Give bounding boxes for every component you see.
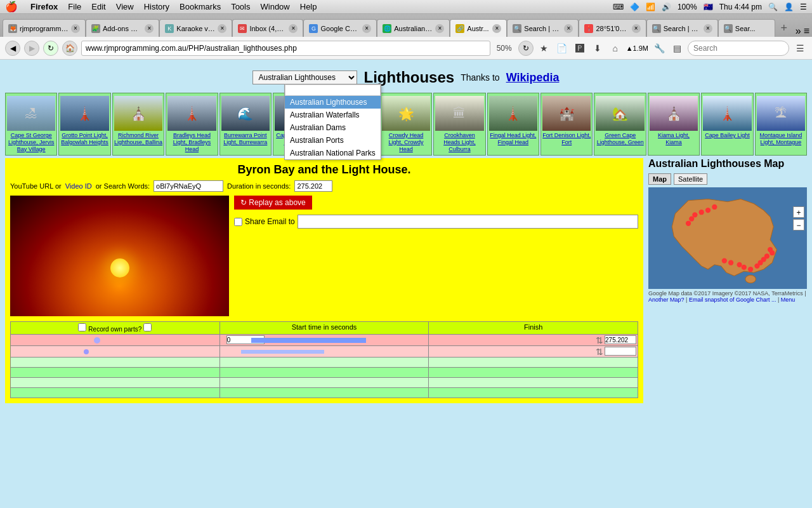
menu-tools[interactable]: Tools [231,2,250,11]
another-map-link[interactable]: Another Map? [648,297,684,303]
gallery-item-9[interactable]: 🗼 Fingal Head Light, Fingal Head [487,93,539,156]
map-zoom-in[interactable]: + [793,206,804,218]
record2-checkbox[interactable] [143,323,152,331]
hamburger-icon[interactable]: ☰ [800,3,807,11]
tab-inbox[interactable]: ✉ Inbox (4,1... × [232,19,303,37]
tab-close-austr[interactable]: × [492,24,501,33]
menu-edit[interactable]: Edit [91,2,105,11]
bookmark-star-icon[interactable]: ★ [537,41,551,55]
search-menubar-icon[interactable]: 🔍 [768,3,778,11]
finish-time-input[interactable] [605,335,636,344]
developer-icon[interactable]: 🔧 [652,41,666,55]
wikipedia-link[interactable]: Wikipedia [506,71,560,84]
gallery-item-7[interactable]: 🌟 Crowdy Head Light, Crowdy Head [380,93,432,156]
dropdown-item-ports[interactable]: Australian Ports [285,134,381,147]
menu-link[interactable]: Menu [781,297,796,303]
gallery-item-10[interactable]: 🏰 Fort Denison Light, Fort [540,93,593,156]
tab-close-google[interactable]: × [362,24,371,33]
tab-close-karaoke[interactable]: × [218,24,226,33]
map-zoom-out[interactable]: − [793,219,804,231]
tab-search2[interactable]: 🔍 Search | a... × [646,19,718,37]
dropdown-item-parks[interactable]: Australian National Parks [285,147,381,159]
menu-view[interactable]: View [116,2,134,11]
tab-close-rjm[interactable]: × [71,24,80,33]
dropdown-search-input[interactable] [285,84,381,96]
tab-close-search2[interactable]: × [704,24,712,33]
menu-firefox[interactable]: Firefox [30,2,58,11]
map-container[interactable]: + − [648,187,807,289]
tab-google[interactable]: G Google Ch... × [303,19,377,37]
menu-window[interactable]: Window [261,2,290,11]
dropdown-item-dams[interactable]: Australian Dams [285,121,381,134]
reader-view-icon[interactable]: 📄 [555,41,569,55]
finish2-input[interactable] [605,347,636,356]
tab-rjm[interactable]: 🦊 rjmprogrammi... × [3,19,86,37]
gallery-item-4[interactable]: 🌊 Burrewarra Point Light, Burrewarra [219,93,272,156]
tab-close-search1[interactable]: × [564,24,573,33]
gallery-item-1[interactable]: 🗼 Grotto Point Light, Balgowlah Heights [58,93,110,156]
tab-close-maps[interactable]: × [632,24,641,33]
menu-history[interactable]: History [144,2,169,11]
tab-customize-button[interactable]: ≡ [804,25,809,37]
sidebar-icon[interactable]: ▤ [670,41,684,55]
tab-search1[interactable]: 🔍 Search | a... × [507,19,579,37]
gallery-item-13[interactable]: 🗼 Cape Bailey Light [701,93,753,156]
svg-point-13 [686,221,691,226]
tab-australian[interactable]: 🌐 Australian ... × [377,19,450,37]
tab-maps[interactable]: 📍 28°51'09... × [579,19,646,37]
forward-button[interactable]: ▶ [24,41,39,56]
map-btn-map[interactable]: Map [648,173,671,185]
menu-help[interactable]: Help [300,2,317,11]
snapshot-link[interactable]: Email snapshot of Google Chart ... [689,297,776,303]
menu-bookmarks[interactable]: Bookmarks [180,2,221,11]
tab-addons[interactable]: 🧩 Add-ons M... × [86,19,159,37]
map-btn-satellite[interactable]: Satellite [674,173,707,185]
gallery-item-3[interactable]: 🗼 Bradleys Head Light, Bradleys Head [166,93,218,156]
home-button[interactable]: 🏠 [62,41,77,56]
gallery-item-12[interactable]: ⛪ Kiama Light, Kiama [648,93,700,156]
share-checkbox[interactable] [234,218,242,226]
search-words-input[interactable] [154,180,223,192]
tab-karaoke[interactable]: K Karaoke vi... × [159,19,232,37]
dropdown-item-lighthouses[interactable]: Australian Lighthouses [285,96,381,109]
video-sun [110,258,129,277]
finish2-spinner[interactable]: ⇅ [596,347,603,357]
tab-search3[interactable]: 🔍 Sear... [718,19,775,37]
address-input[interactable] [81,41,490,56]
gallery-img-10: 🏰 [542,96,591,131]
duration-input[interactable] [294,180,332,192]
refresh-button[interactable]: ↻ [518,41,534,56]
dropdown-item-waterfalls[interactable]: Australian Waterfalls [285,109,381,121]
back-button[interactable]: ◀ [5,41,20,56]
video-id-link[interactable]: Video ID [65,182,92,190]
apple-menu[interactable]: 🍎 [5,1,18,13]
share-email-input[interactable] [298,215,638,229]
category-select[interactable]: Australian Lighthouses Australian Waterf… [252,70,357,84]
tab-overflow-button[interactable]: » [796,25,801,37]
download-icon[interactable]: ⬇ [591,41,605,55]
new-tab-button[interactable]: + [775,19,793,37]
replay-button[interactable]: ↻ Replay as above [234,196,312,210]
gallery-label-9: Fingal Head Light, Fingal Head [489,132,537,146]
gallery-item-2[interactable]: ⛪ Richmond River Lighthouse, Ballina [112,93,164,156]
tab-close-inbox[interactable]: × [289,24,298,33]
tab-close-addons[interactable]: × [145,24,154,33]
menu-file[interactable]: File [68,2,81,11]
home-toolbar-icon[interactable]: ⌂ [608,41,622,55]
pocket-icon[interactable]: 🅿 [573,41,587,55]
timeline-cell-1-1 [11,335,220,345]
record-checkbox[interactable] [78,323,86,331]
gallery-item-11[interactable]: 🏡 Green Cape Lighthouse, Green [594,93,646,156]
search-input[interactable] [688,41,789,56]
menu-icon[interactable]: ☰ [793,41,807,55]
finish-spinner[interactable]: ⇅ [596,335,603,345]
gallery-item-8[interactable]: 🏛 Crookhaven Heads Light, Culburra [433,93,485,156]
gallery-item-14[interactable]: 🏝 Montague Island Light, Montague [755,93,807,156]
tab-close-australian[interactable]: × [435,24,444,33]
record-link[interactable]: Record own parts? [88,326,141,333]
gallery-item-0[interactable]: 🏖 Cape St George Lighthouse, Jervis Bay … [5,93,57,156]
gallery-img-13: 🗼 [703,96,751,131]
user-icon[interactable]: 👤 [784,3,794,11]
reload-button[interactable]: ↻ [43,41,58,56]
tab-austr-active[interactable]: 🔗 Austr... × [450,19,507,37]
